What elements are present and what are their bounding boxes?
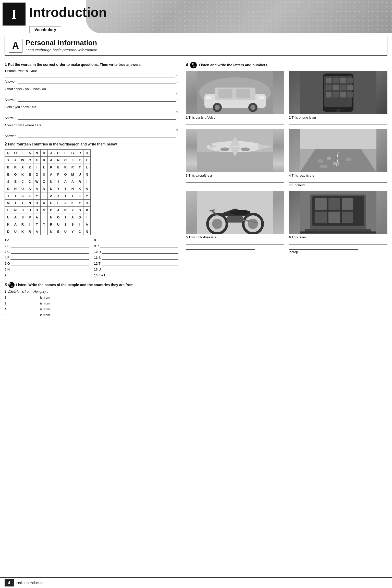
wordsearch-cell: L bbox=[83, 164, 91, 171]
word-answers-right: 8 J9 P10 R11 S12 T13 U14 the U bbox=[94, 237, 178, 278]
header-background bbox=[86, 0, 392, 33]
svg-rect-44 bbox=[327, 157, 331, 160]
wordsearch-cell: K bbox=[5, 221, 12, 228]
word-answers-left: 1 A2 B3 C4 F5 G6 H7 I bbox=[5, 237, 89, 278]
wordsearch-cell: N bbox=[33, 149, 41, 156]
svg-point-56 bbox=[230, 210, 250, 215]
ex4-answer-line2 bbox=[186, 245, 255, 250]
wordsearch-cell: A bbox=[48, 171, 55, 178]
wordsearch-cell: O bbox=[62, 171, 69, 178]
ex4-item: 3 This aircraft is a bbox=[186, 129, 284, 187]
svg-point-54 bbox=[212, 219, 222, 229]
section-a-info: Personal information I can exchange basi… bbox=[26, 39, 98, 52]
section-a-title: Personal information bbox=[26, 39, 98, 47]
wordsearch-cell: I bbox=[26, 221, 33, 228]
wordsearch-cell: J bbox=[19, 178, 26, 185]
ex1-q1-mark: ? bbox=[176, 74, 178, 78]
ex1-q2-text: 2 that / spell / you / how / do bbox=[5, 87, 178, 91]
ex1-item-1: 1 name / what's / your ? Answer: . bbox=[5, 69, 178, 83]
wordsearch-cell: T bbox=[33, 221, 41, 228]
wordsearch-cell: S bbox=[5, 178, 12, 185]
svg-rect-71 bbox=[300, 231, 376, 234]
ex1-a1-label: Answer: . bbox=[5, 79, 178, 83]
svg-rect-11 bbox=[259, 96, 264, 99]
svg-rect-64 bbox=[315, 198, 327, 210]
wordsearch-cell: A bbox=[12, 221, 19, 228]
wordsearch-cell: B bbox=[5, 164, 12, 171]
svg-rect-10 bbox=[206, 96, 211, 99]
ex4-answer-line bbox=[289, 178, 387, 183]
svg-rect-16 bbox=[333, 78, 339, 83]
ex1-a3-label: Answer: . bbox=[5, 115, 178, 120]
wordsearch-cell: Y bbox=[33, 192, 41, 199]
wordsearch-cell: H bbox=[26, 206, 33, 214]
wordsearch-cell: N bbox=[12, 206, 19, 214]
word-answer-item: 3 C bbox=[5, 249, 89, 254]
wordsearch-cell: G bbox=[69, 149, 76, 156]
ex1-q1-text: 1 name / what's / your bbox=[5, 69, 178, 73]
ex4-caption-4: 4 This road is the bbox=[289, 174, 387, 177]
wordsearch-cell: I bbox=[83, 178, 91, 185]
svg-point-9 bbox=[250, 105, 255, 110]
ex3-item: 5 is from . bbox=[5, 312, 178, 317]
wordsearch-cell: Z bbox=[41, 178, 48, 185]
wordsearch-cell: P bbox=[26, 214, 33, 221]
ex3-item: 4 is from . bbox=[5, 307, 178, 311]
vocabulary-tab: Vocabulary bbox=[29, 26, 61, 33]
wordsearch-cell: L bbox=[55, 199, 62, 206]
wordsearch-cell: N bbox=[55, 156, 62, 164]
svg-rect-15 bbox=[326, 78, 332, 83]
wordsearch-cell: U bbox=[55, 221, 62, 228]
wordsearch-cell: Q bbox=[33, 171, 41, 178]
wordsearch-cell: M bbox=[5, 199, 12, 206]
wordsearch-cell: E bbox=[62, 149, 69, 156]
svg-rect-25 bbox=[340, 92, 346, 97]
wordsearch-cell: A bbox=[33, 214, 41, 221]
header-dots-pattern bbox=[86, 0, 392, 33]
ex1-q4-text: 4 you / from / where / are bbox=[5, 123, 178, 127]
wordsearch-cell: A bbox=[26, 185, 33, 192]
wordsearch-cell: J bbox=[48, 149, 55, 156]
wordsearch-cell: E bbox=[55, 228, 62, 235]
ex4-caption-1: 1 This car is a Volvo bbox=[186, 116, 284, 119]
wordsearch-cell: A bbox=[33, 185, 41, 192]
wordsearch-cell: A bbox=[19, 192, 26, 199]
exercise3: 3 ▶1.02 Listen. Write the names of the p… bbox=[5, 282, 178, 317]
svg-rect-18 bbox=[347, 78, 353, 83]
wordsearch-cell: A bbox=[41, 199, 48, 206]
wordsearch-cell: D bbox=[41, 149, 48, 156]
wordsearch-cell: N bbox=[48, 214, 55, 221]
wordsearch-cell: R bbox=[41, 156, 48, 164]
ex4-image-5 bbox=[186, 191, 284, 234]
wordsearch-cell: E bbox=[5, 171, 12, 178]
wordsearch-cell: S bbox=[62, 221, 69, 228]
svg-point-52 bbox=[248, 219, 258, 229]
wordsearch-cell: U bbox=[41, 171, 48, 178]
footer-text: Unit I Introduction bbox=[16, 581, 44, 585]
wordsearch-cell: A bbox=[62, 199, 69, 206]
wordsearch-cell: K bbox=[19, 171, 26, 178]
word-answer-item: 8 J bbox=[94, 237, 178, 242]
ex1-item-2: 2 that / spell / you / how / do ? Answer… bbox=[5, 87, 178, 102]
word-answer-item: 5 G bbox=[5, 261, 89, 265]
ex4-image-1 bbox=[186, 71, 284, 114]
svg-rect-65 bbox=[328, 198, 340, 210]
word-answer-item: 13 U bbox=[94, 267, 178, 271]
wordsearch-cell: T bbox=[62, 185, 69, 192]
wordsearch-cell: K bbox=[76, 185, 83, 192]
wordsearch-cell: G bbox=[12, 171, 19, 178]
wordsearch-cell: U bbox=[76, 171, 83, 178]
wordsearch-cell: I bbox=[33, 164, 41, 171]
wordsearch-cell: A bbox=[12, 214, 19, 221]
wordsearch-cell: U bbox=[12, 228, 19, 235]
wordsearch-cell: S bbox=[76, 206, 83, 214]
wordsearch-cell: I bbox=[76, 221, 83, 228]
ex4-answer-line bbox=[289, 120, 387, 125]
ex4-caption-5: 5 This motorbike is a bbox=[186, 235, 284, 239]
wordsearch-cell: A bbox=[19, 164, 26, 171]
ex3-item: 1 Viktória is from Hungary . bbox=[5, 290, 178, 293]
wordsearch-cell: I bbox=[5, 192, 12, 199]
ex3-instruction: Listen. Write the names of the people an… bbox=[16, 283, 134, 288]
page-header: I Introduction Vocabulary bbox=[0, 0, 392, 33]
svg-rect-43 bbox=[318, 160, 323, 163]
